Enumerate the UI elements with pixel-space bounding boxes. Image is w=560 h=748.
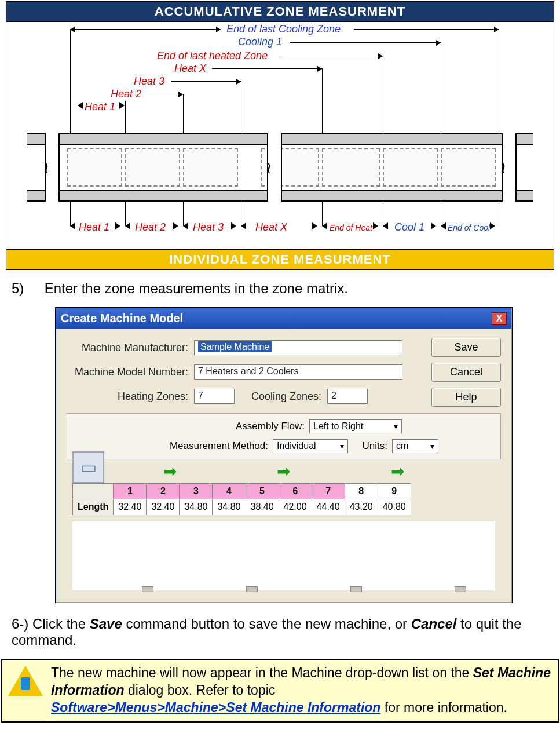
label-end-cool: End of last Cooling Zone [226,23,341,35]
heating-input[interactable]: 7 [194,389,235,404]
save-button[interactable]: Save [431,338,501,357]
arrow [171,81,241,82]
bottom-label-end-heat: End of Heat [330,223,372,232]
green-arrow-row: ➡ ➡ ➡ [113,462,455,481]
units-select[interactable]: cm [392,439,438,453]
zone-box [67,148,122,187]
flow-select[interactable]: Left to Right [309,419,402,433]
method-label: Measurement Method: [129,440,268,452]
zone-box [183,148,238,187]
label-heat1: Heat 1 [85,101,115,113]
dialog-title: Create Machine Model [61,312,183,325]
cancel-button[interactable]: Cancel [431,363,501,382]
manufacturer-label: Machine Manufacturer: [67,342,188,354]
vline [322,68,323,133]
zigzag-icon: ≀ [266,158,272,177]
flow-label: Assembly Flow: [166,421,305,432]
zone-measurement-diagram: ACCUMULATIVE ZONE MEASURMENT End of last… [6,1,554,270]
model-label: Machine Model Number: [67,366,188,378]
zone-box [383,148,438,187]
length-cell[interactable]: 44.40 [312,499,345,515]
units-label: Units: [353,440,387,452]
vline [441,42,441,133]
zigzag-icon: ≀ [43,158,50,177]
arrow-right-icon: ➡ [391,462,404,481]
diagram-banner-bottom: INDIVIDUAL ZONE MEASURMENT [6,249,554,269]
tri [78,102,83,109]
heating-label: Heating Zones: [90,391,188,403]
bottom-label-heat3: Heat 3 [193,221,224,233]
manufacturer-input[interactable]: Sample Machine [194,340,402,355]
length-cell[interactable]: 42.00 [279,499,312,515]
diagram-banner-top: ACCUMULATIVE ZONE MEASURMENT [6,2,554,22]
model-input[interactable]: 7 Heaters and 2 Coolers [194,364,402,380]
zone-matrix-table[interactable]: 1 2 3 4 5 6 7 8 9 Length 32.40 32.40 34.… [72,483,411,515]
step-5-number: 5) [12,280,41,297]
machine-icon: ▭ [72,451,104,483]
length-cell[interactable]: 34.80 [213,499,246,515]
arrow [148,94,183,94]
arrow [354,29,499,30]
step-6-number: 6-) [12,616,28,632]
length-cell[interactable]: 38.40 [246,499,279,515]
help-button[interactable]: Help [431,388,501,407]
bottom-label-heat1: Heat 1 [79,221,109,233]
length-cell[interactable]: 43.20 [345,499,378,515]
vline [70,29,71,133]
info-icon [8,665,43,699]
dialog-titlebar: Create Machine Model X [56,308,511,329]
step-5: 5) Enter the zone measurements in the zo… [12,280,548,297]
zone-box [441,148,496,187]
zone-box [125,148,180,187]
length-cell[interactable]: 34.80 [180,499,213,515]
save-word: Save [90,616,122,632]
diagram-body: End of last Cooling Zone Cooling 1 End o… [6,22,554,249]
dialog-screenshot: Create Machine Model X Save Cancel Help … [55,307,513,603]
vline [499,29,499,133]
vline [499,202,499,226]
label-heat2: Heat 2 [111,88,141,100]
label-heatx: Heat X [174,63,206,75]
zigzag-icon: ≀ [500,158,507,177]
vline [125,101,126,133]
step-5-text: Enter the zone measurements in the zone … [45,280,348,296]
cooling-label: Cooling Zones: [235,391,321,403]
subpanel: Assembly Flow: Left to Right Measurement… [67,413,501,459]
arrow-right-icon: ➡ [277,462,290,481]
arrow [212,68,322,69]
label-cooling1: Cooling 1 [238,36,282,48]
bottom-label-heatx: Heat X [255,221,287,233]
arrow [70,29,221,30]
method-select[interactable]: Individual [273,439,348,453]
vline [383,56,383,133]
cooling-input[interactable]: 2 [327,389,368,404]
step-6: 6-) Click the Save command button to sav… [12,616,548,648]
tri [119,102,125,109]
length-cell[interactable]: 32.40 [147,499,180,515]
label-end-heat: End of last heated Zone [157,50,268,62]
label-heat3: Heat 3 [134,75,164,87]
vline [183,94,184,133]
arrow [279,56,383,56]
arrow [290,42,441,43]
note-text: The new machine will now appear in the M… [51,665,552,717]
length-row-label: Length [73,499,114,515]
blank-area [72,521,495,590]
zone-box [322,148,380,187]
info-note: The new machine will now appear in the M… [1,659,559,723]
close-button[interactable]: X [492,312,507,325]
vline [241,81,241,133]
bottom-label-end-cool: End of Cool [448,223,490,232]
arrow-right-icon: ➡ [163,462,177,481]
bottom-label-heat2: Heat 2 [135,221,166,233]
length-cell[interactable]: 40.80 [378,499,411,515]
bottom-label-cool1: Cool 1 [394,221,424,233]
cancel-word: Cancel [411,616,457,632]
note-link[interactable]: Software>Menus>Machine>Set Machine Infor… [51,700,380,715]
length-cell[interactable]: 32.40 [114,499,147,515]
